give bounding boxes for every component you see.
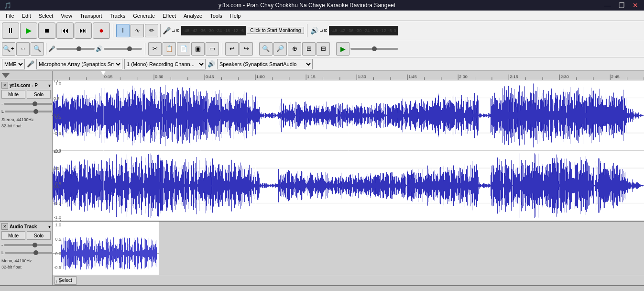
mic-icon: 🎤 <box>163 27 171 34</box>
maximize-button[interactable]: ❐ <box>617 1 627 9</box>
silence-btn[interactable]: ▭ <box>206 42 219 56</box>
menu-file[interactable]: File <box>2 12 18 20</box>
zoom-sel-btn[interactable]: ⊕ <box>288 42 301 56</box>
monitor-label[interactable]: Click to Start Monitoring <box>247 27 304 34</box>
input-device-select[interactable]: Microphone Array (Synaptics Sma <box>36 59 122 69</box>
menu-select[interactable]: Select <box>35 12 57 20</box>
paste-btn[interactable]: 📄 <box>177 42 190 56</box>
sep5 <box>333 43 333 55</box>
track1-waveform[interactable]: 1.0 0.5 0.0 -0.5 -1.0 <box>53 80 644 221</box>
play-button[interactable]: ▶ <box>20 22 37 39</box>
input-vu-scale: -48-42-36-30-24-18-12-6 <box>181 26 246 35</box>
menu-tracks[interactable]: Tracks <box>106 12 130 20</box>
zoom-out-btn[interactable]: 🔍 <box>31 42 44 56</box>
track2-close-btn[interactable]: ✕ <box>1 223 8 230</box>
close-button[interactable]: ✕ <box>631 1 640 9</box>
track-stereo: ✕ yt1s.com - P ▾ Mute Solo - + L R <box>0 80 644 222</box>
output-vu-scale: -48-42-36-30-24-18-12-60 <box>329 26 398 35</box>
tool-draw[interactable]: ✏ <box>145 24 158 37</box>
tool-select[interactable]: I <box>116 24 130 37</box>
track1-solo-btn[interactable]: Solo <box>27 90 51 99</box>
track1-name: yt1s.com - P <box>8 83 48 88</box>
zoom-extra-btn[interactable]: ⊟ <box>317 42 330 56</box>
track2-bottom-bar: Select <box>53 275 644 285</box>
playback-speed-slider[interactable] <box>350 45 398 53</box>
channel-select[interactable]: 1 (Mono) Recording Chann... <box>124 59 206 69</box>
menu-tools[interactable]: Tools <box>206 12 226 20</box>
menu-transport[interactable]: Transport <box>76 12 106 20</box>
zoom-out2-btn[interactable]: 🔎 <box>273 42 287 56</box>
undo-btn[interactable]: ↩ <box>225 42 239 56</box>
skip-fwd-button[interactable]: ⏭ <box>75 22 92 39</box>
track2-select-btn[interactable]: Select <box>55 276 76 285</box>
toolbar-separator2 <box>160 24 161 37</box>
titlebar-controls: — ❐ ✕ <box>602 1 640 9</box>
track2-vol-row: - + <box>1 242 51 248</box>
playhead-indicator <box>2 73 10 78</box>
track1-btn-row: Mute Solo <box>1 90 51 99</box>
titlebar-title: yt1s.com - Pran Chay Chokkhu Na Chaye Ka… <box>11 2 602 9</box>
input-vol-icon: 🎤 <box>48 45 55 52</box>
app: 🎵 yt1s.com - Pran Chay Chokkhu Na Chaye … <box>0 0 644 291</box>
menu-effect[interactable]: Effect <box>159 12 180 20</box>
play-green-btn[interactable]: ▶ <box>336 42 349 56</box>
output-device-select[interactable]: Speakers (Synaptics SmartAudio <box>217 59 313 69</box>
record-button[interactable]: ● <box>93 22 110 39</box>
track2-controls: ✕ Audio Track ▾ Mute Solo - + L R <box>0 222 53 285</box>
track1-close-btn[interactable]: ✕ <box>1 82 8 89</box>
track1-vol-row: - + <box>1 101 51 107</box>
zoom-in2-btn[interactable]: 🔍 <box>259 42 273 56</box>
driver-select[interactable]: MME <box>2 59 25 69</box>
menu-edit[interactable]: Edit <box>18 12 35 20</box>
track2-name: Audio Track <box>8 224 48 229</box>
track2-info: Mono, 44100Hz32-bit float <box>1 258 51 270</box>
redo-btn[interactable]: ↪ <box>240 42 253 56</box>
output-volume-slider[interactable] <box>104 45 142 53</box>
zoom-toggle-btn[interactable]: ⊞ <box>302 42 316 56</box>
track1-mute-btn[interactable]: Mute <box>1 90 25 99</box>
titlebar: 🎵 yt1s.com - Pran Chay Chokkhu Na Chaye … <box>0 0 644 11</box>
lr-label-right: LR <box>319 29 328 32</box>
trim-btn[interactable]: ▣ <box>191 42 205 56</box>
cut-btn[interactable]: ✂ <box>148 42 162 56</box>
zoom-fit-btn[interactable]: ↔ <box>16 42 30 56</box>
track2-btn-row: Mute Solo <box>1 231 51 240</box>
device-bar: MME 🎤 Microphone Array (Synaptics Sma 1 … <box>0 57 644 71</box>
speaker-icon2: 🔊 <box>207 60 215 67</box>
menu-help[interactable]: Help <box>226 12 245 20</box>
tracks-area: ✕ yt1s.com - P ▾ Mute Solo - + L R <box>0 71 644 291</box>
pause-button[interactable]: ⏸ <box>2 22 19 39</box>
track1-name-row: ✕ yt1s.com - P ▾ <box>1 82 51 89</box>
sep2 <box>145 43 145 55</box>
ruler-row <box>0 71 644 80</box>
minimize-button[interactable]: — <box>602 1 613 9</box>
speaker-icon: 🔊 <box>310 27 318 34</box>
ruler-corner <box>0 71 53 80</box>
menu-view[interactable]: View <box>57 12 76 20</box>
track2-waveform-container: 1.0 0.5 0.0 -0.5 -1.0 Select <box>53 222 644 285</box>
toolbar-separator3 <box>307 24 307 37</box>
mic-icon2: 🎤 <box>27 60 34 67</box>
track1-dropdown-icon[interactable]: ▾ <box>48 83 51 88</box>
tool-envelope[interactable]: ∿ <box>131 24 144 37</box>
track1-controls: ✕ yt1s.com - P ▾ Mute Solo - + L R <box>0 80 53 221</box>
track2-name-row: ✕ Audio Track ▾ <box>1 223 51 230</box>
toolbar-row1: ⏸ ▶ ■ ⏮ ⏭ ● I ∿ ✏ 🎤 LR -48-42-36-30-24-1… <box>0 21 644 40</box>
menu-generate[interactable]: Generate <box>129 12 159 20</box>
input-volume-slider[interactable] <box>56 45 95 53</box>
zoom-in-btn[interactable]: 🔍+ <box>2 42 15 56</box>
menu-analyze[interactable]: Analyze <box>180 12 206 20</box>
toolbar-separator1 <box>113 24 113 37</box>
track1-pan-row: L R <box>1 108 51 115</box>
copy-btn[interactable]: 📋 <box>163 42 176 56</box>
skip-back-button[interactable]: ⏮ <box>56 22 74 39</box>
menubar: File Edit Select View Transport Tracks G… <box>0 11 644 21</box>
stop-button[interactable]: ■ <box>38 22 55 39</box>
track2-dropdown-icon[interactable]: ▾ <box>48 224 51 229</box>
app-icon: 🎵 <box>4 2 11 9</box>
ruler-ticks <box>53 71 644 80</box>
track2-mute-btn[interactable]: Mute <box>1 231 25 240</box>
track2-pan-l: L <box>1 250 4 255</box>
track2-solo-btn[interactable]: Solo <box>27 231 51 240</box>
waveform1-canvas[interactable] <box>53 80 644 221</box>
